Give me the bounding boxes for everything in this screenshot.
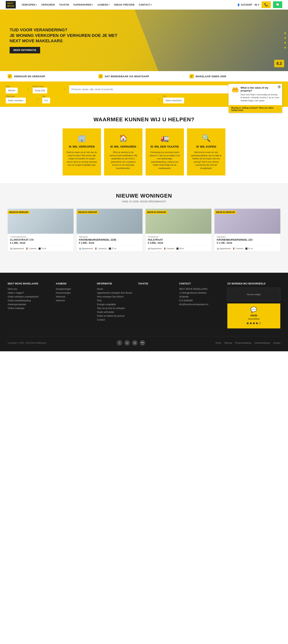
review-stars: ★★★★☆	[230, 321, 277, 325]
property-price-2: € 3.650,- /mnd	[148, 242, 209, 244]
checkmark-2: ✓	[98, 74, 103, 78]
help-card-title-3: IK WIL KOPEN	[191, 145, 222, 148]
bottom-link-home[interactable]: Home	[216, 342, 221, 344]
bottom-link-contact[interactable]: Contact	[273, 342, 280, 344]
help-cards: 🏢 IK WIL VERKOPEN Denk je eraan om je hu…	[8, 128, 280, 176]
new-homes-title: NIEUWE WONINGEN	[8, 193, 280, 199]
footer-link-overons[interactable]: Over ons	[8, 288, 50, 290]
help-card-verkopen[interactable]: 🏢 IK WIL VERKOPEN Denk je eraan om je hu…	[63, 128, 101, 176]
help-card-taxatie[interactable]: 🚛 IK WIL EEN TAXATIE Overweeg je je woni…	[146, 128, 184, 176]
footer-col1-title: NEXT MOVE MAKELAARS	[8, 282, 50, 285]
logo[interactable]: NEXT MOVE	[6, 1, 16, 8]
koop-select[interactable]: Koop [19]	[33, 88, 47, 94]
footer-link-online-makelaar[interactable]: Online makelaar	[8, 307, 50, 310]
nav-sneak-preview[interactable]: SNEAK PREVIEW	[114, 4, 135, 6]
hero-rating: 8.2	[274, 60, 284, 67]
footer-link-zoekopdracht[interactable]: Gratis verkopen zoekopdracht	[8, 296, 50, 298]
property-card-1[interactable]: Nieuw in verhuur Nijmegen KRONENBURGERSI…	[77, 209, 142, 252]
language-selector[interactable]: NL ▾	[255, 4, 259, 6]
email-icon[interactable]: ✉	[132, 340, 137, 346]
footer-col3-title: INFORMATIE	[97, 282, 132, 285]
popup-text: Deze tool helpt u eenvoudig uw woning te…	[241, 93, 279, 102]
nav-contact[interactable]: CONTACT▾	[139, 4, 152, 6]
footer-link-vragen[interactable]: Heeft u vragen?	[8, 292, 50, 294]
truck-icon: 🚛	[149, 134, 180, 142]
popup-footer-link[interactable]: Buying or selling a house? View our othe…	[229, 105, 282, 113]
footer-col6-title: ZO WORDEN WIJ BEOORDEELD	[227, 282, 280, 285]
property-card-3[interactable]: Nieuw in verhuur Nijmegen KRONENBURGERSI…	[215, 209, 280, 252]
valuation-popup: ✕ 🤲 What is the value of my property? De…	[229, 84, 282, 113]
footer-col-aanbod: AANBOD Koopwoningen Huurwoningen Verhuur…	[56, 282, 91, 328]
review-badge: 💬 Onze beoordeling ★★★★☆	[227, 304, 280, 328]
nav-kopen-huren[interactable]: KOPEN/HUREN▾	[73, 4, 93, 6]
property-card-2[interactable]: Nieuw in verhuur Oosterhout HULSTRAAT € …	[146, 209, 211, 252]
objecttype-select-wrap: Objecttype Geen voorkeur	[6, 95, 40, 104]
footer-col-nextmove: NEXT MOVE MAKELAARS Over ons Heeft u vra…	[8, 282, 50, 328]
property-price-3: € 1.740,- /mnd	[217, 242, 278, 244]
objecttype-select[interactable]: Geen voorkeur	[6, 98, 26, 104]
footer-link-verhuurd[interactable]: Verhuurd	[56, 296, 91, 298]
property-street-3: KRONENBURGERSINGEL 223	[217, 238, 278, 241]
help-card-kopen[interactable]: 🔍 IK WIL KOPEN Wat vind je ervan om een …	[187, 128, 225, 176]
footer-col-taxatie: TAXATIE	[138, 282, 173, 328]
bottom-link-cookie[interactable]: Cookieverklaring	[254, 342, 270, 344]
footer-link-aankoopmakelaar[interactable]: Aankoopmakelaar	[8, 303, 50, 306]
property-card-0[interactable]: Nieuw in verhuur 's-Hertogenbosch CLARAS…	[8, 209, 73, 252]
account-button[interactable]: 👤 ACCOUNT	[237, 4, 252, 6]
instagram-icon[interactable]: 📷	[140, 340, 145, 346]
phone-button[interactable]: 📞	[262, 1, 271, 8]
van-select-wrap: Van € 0	[42, 95, 161, 104]
trust-item-2: ✓ 24/7 BEREIKBAAR VIA WHATSAPP	[98, 74, 189, 78]
hero-section: TIJD VOOR VERANDERING? JE WONING VERKOPE…	[0, 10, 288, 71]
footer-link-waardebepaling[interactable]: Gratis waardebepaling	[8, 299, 50, 302]
property-city-1: Nijmegen	[79, 236, 140, 238]
bottom-link-sitemap[interactable]: Sitemap	[224, 342, 232, 344]
help-card-text-1: Wil je je woning op de verhuurmarkt aanb…	[108, 151, 139, 170]
footer-link-contact-col3[interactable]: Contact	[97, 318, 132, 321]
nav-taxatie[interactable]: TAXATIE	[59, 4, 69, 6]
checkmark-1: ✓	[8, 74, 12, 78]
footer-link-appartement-den-bosch[interactable]: Appartement verkopen Den Bosch	[97, 292, 132, 294]
property-city-0: 's-Hertogenbosch	[10, 236, 71, 238]
footer-link-huis-den-bosch[interactable]: Huis verkopen Den Bosch	[97, 296, 132, 298]
tot-select[interactable]: Geen maximum	[163, 98, 184, 104]
footer-col-contact: CONTACT NEXT MOVE MAKELAARS 's-Hertogenb…	[179, 282, 222, 328]
building-icon: 🏢	[66, 134, 97, 142]
popup-title: What is the value of my property?	[241, 86, 279, 92]
popup-close-button[interactable]: ✕	[278, 85, 281, 88]
nav-verkopen[interactable]: VERKOPEN▾	[21, 4, 37, 6]
prop-type-0: 🏢 Appartement	[10, 248, 24, 250]
footer-link-verkocht[interactable]: Verkocht	[56, 299, 91, 302]
contact-phone[interactable]: 073-4400266	[179, 299, 222, 302]
footer-col-beoordeling: ZO WORDEN WIJ BEOORDEELD Review widget 💬…	[227, 282, 280, 328]
type-select[interactable]: Wonen	[6, 88, 18, 94]
search-section: Type Wonen Koop of huur Koop [19] Object…	[0, 82, 288, 107]
footer-col5-title: CONTACT	[179, 282, 222, 285]
van-select[interactable]: € 0	[42, 98, 50, 104]
footer-link-energie[interactable]: Energie vergelijker	[97, 303, 132, 306]
bottom-link-privacy[interactable]: Privacyverklaring	[235, 342, 251, 344]
hero-cta-button[interactable]: Meer informatie	[9, 47, 40, 54]
nav-verhuren[interactable]: VERHUREN	[41, 4, 55, 6]
property-tag-0: Nieuw in verhuur	[8, 211, 29, 214]
footer-link-verhuisbis[interactable]: Gratis verhuisbis	[97, 311, 132, 314]
footer-grid: NEXT MOVE MAKELAARS Over ons Heeft u vra…	[8, 282, 280, 328]
whatsapp-button[interactable]: 💬	[273, 1, 282, 8]
spacer	[0, 261, 288, 273]
property-cards: Nieuw in verhuur 's-Hertogenbosch CLARAS…	[8, 209, 280, 252]
footer-link-koopwoningen[interactable]: Koopwoningen	[56, 288, 91, 290]
footer-link-feiten[interactable]: Feiten en fabels bij verhuur	[97, 314, 132, 317]
linkedin-icon[interactable]: in	[124, 340, 130, 346]
footer-link-tips[interactable]: Tips om je huis te verkopen	[97, 307, 132, 310]
nav-aanbod[interactable]: AANBOD▾	[97, 4, 110, 6]
footer-link-huurwoningen[interactable]: Huurwoningen	[56, 292, 91, 294]
contact-email[interactable]: info@nextmovemakelaars.nl	[179, 303, 222, 306]
whatsapp-icon: 💬	[276, 3, 280, 6]
review-widget-box: Review widget	[227, 288, 280, 301]
footer-link-faq[interactable]: FAQ	[97, 299, 132, 302]
property-street-2: HULSTRAAT	[148, 238, 209, 241]
facebook-icon[interactable]: f	[117, 340, 122, 346]
help-card-verhuren[interactable]: 🏠 IK WIL VERHUREN Wil je je woning op de…	[104, 128, 142, 176]
popup-hand-icon: 🤲	[231, 86, 239, 94]
footer-link-home[interactable]: Home	[97, 288, 132, 290]
